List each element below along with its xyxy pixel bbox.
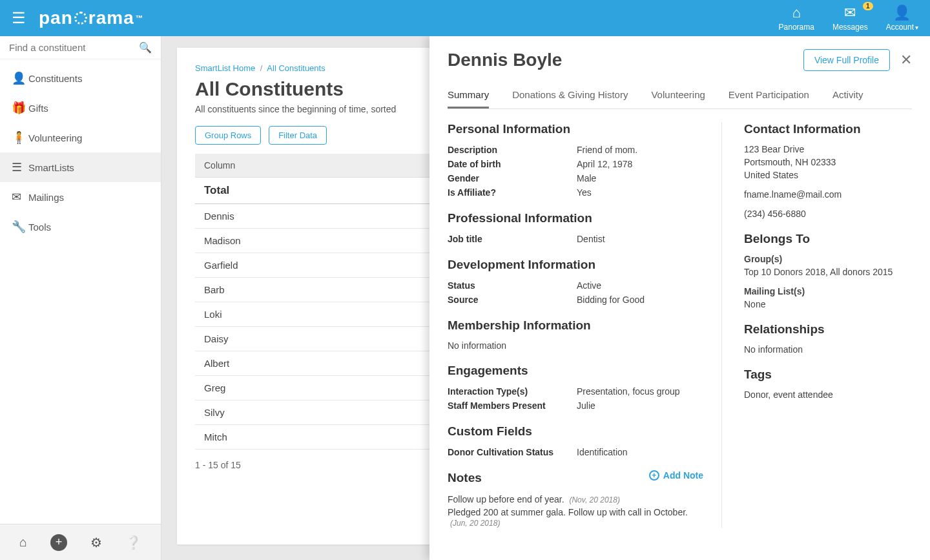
kv-row: Job titleDentist [448, 232, 703, 246]
hamburger-icon[interactable]: ☰ [12, 9, 26, 27]
sidebar-item-label: Gifts [28, 103, 48, 114]
section-belongs: Belongs ToGroup(s)Top 10 Donors 2018, Al… [744, 232, 912, 311]
help-icon[interactable]: ❔ [125, 535, 141, 550]
note-date: (Nov, 20 2018) [569, 495, 620, 504]
kv-key: Status [448, 280, 577, 291]
close-icon[interactable]: ✕ [900, 52, 912, 68]
trademark: ™ [136, 14, 144, 23]
sidebar-item-tools[interactable]: 🔧Tools [0, 212, 161, 242]
search-row: 🔍 [0, 36, 161, 59]
section-notes: Notes+Add NoteFollow up before end of ye… [448, 459, 703, 528]
section-heading: Personal Information [448, 122, 703, 136]
nav-panorama[interactable]: ⌂ Panorama [779, 5, 814, 32]
drawer-header: Dennis Boyle View Full Profile ✕ [429, 36, 930, 71]
kv-row: Interaction Type(s)Presentation, focus g… [448, 384, 703, 399]
sidebar-item-smartlists[interactable]: ☰SmartLists [0, 152, 161, 182]
add-icon[interactable]: + [50, 534, 67, 551]
kv-row: Donor Cultivation StatusIdentification [448, 445, 703, 459]
sidebar: 🔍 👤Constituents🎁Gifts🧍Volunteering☰Smart… [0, 36, 161, 560]
group-rows-button[interactable]: Group Rows [195, 126, 261, 145]
kv-key: Date of birth [448, 159, 577, 169]
note-item: Follow up before end of year. (Nov, 20 2… [448, 494, 703, 504]
mailing-label: Mailing List(s) [744, 285, 912, 298]
breadcrumb-current[interactable]: All Constituents [267, 63, 325, 73]
kv-value: Male [577, 173, 703, 183]
nav-messages[interactable]: ✉ 1 Messages [832, 5, 868, 32]
messages-badge: 1 [863, 2, 873, 10]
view-full-profile-button[interactable]: View Full Profile [803, 49, 890, 71]
tab-activity[interactable]: Activity [832, 83, 863, 109]
section-contact: Contact Information123 Bear DrivePortsmo… [744, 122, 912, 220]
kv-key: Source [448, 295, 577, 305]
kv-key: Is Affiliate? [448, 187, 577, 198]
groups-value: Top 10 Donors 2018, All donors 2015 [744, 265, 912, 278]
kv-row: Staff Members PresentJulie [448, 399, 703, 413]
kv-value: Identification [577, 447, 703, 457]
section-heading: Relationships [744, 322, 912, 337]
tab-donations-giving-history[interactable]: Donations & Giving History [512, 83, 628, 109]
nav-account[interactable]: 👤 Account▾ [886, 5, 918, 32]
tab-event-participation[interactable]: Event Participation [728, 83, 809, 109]
topbar: ☰ panrama™ ⌂ Panorama ✉ 1 Messages 👤 Acc… [0, 0, 930, 36]
section-text: No information [448, 339, 703, 352]
tab-summary[interactable]: Summary [448, 83, 489, 109]
section-heading: Tags [744, 368, 912, 382]
kv-value: Presentation, focus group [577, 386, 703, 397]
mailing-value: None [744, 298, 912, 311]
kv-row: GenderMale [448, 171, 703, 185]
mailings-icon: ✉ [12, 190, 28, 204]
search-input[interactable] [9, 42, 139, 53]
sidebar-item-gifts[interactable]: 🎁Gifts [0, 93, 161, 123]
section: Membership InformationNo information [448, 318, 703, 352]
kv-value: Bidding for Good [577, 295, 703, 305]
kv-row: Date of birthApril 12, 1978 [448, 157, 703, 171]
section-heading: Custom Fields [448, 424, 703, 439]
main: SmartList Home / All Constituents All Co… [161, 36, 930, 560]
kv-key: Description [448, 145, 577, 155]
kv-value: Active [577, 280, 703, 291]
groups-label: Group(s) [744, 253, 912, 265]
add-note-button[interactable]: +Add Note [649, 470, 703, 481]
note-item: Pledged 200 at summer gala. Follow up wi… [448, 507, 703, 528]
nav-label: Messages [832, 23, 868, 32]
kv-key: Gender [448, 173, 577, 183]
gifts-icon: 🎁 [12, 101, 28, 115]
sidebar-item-mailings[interactable]: ✉Mailings [0, 182, 161, 212]
volunteering-icon: 🧍 [12, 130, 28, 145]
drawer-tabs: SummaryDonations & Giving HistoryVolunte… [448, 83, 912, 109]
search-icon[interactable]: 🔍 [139, 41, 152, 54]
filter-data-button[interactable]: Filter Data [269, 126, 327, 145]
sidebar-item-label: Mailings [28, 192, 64, 203]
section: Personal InformationDescriptionFriend of… [448, 122, 703, 200]
section: EngagementsInteraction Type(s)Presentati… [448, 364, 703, 413]
logo[interactable]: panrama™ [39, 8, 144, 28]
tools-icon: 🔧 [12, 220, 28, 234]
kv-row: StatusActive [448, 278, 703, 293]
sidebar-item-constituents[interactable]: 👤Constituents [0, 63, 161, 93]
kv-value: Friend of mom. [577, 145, 703, 155]
section-heading: Development Information [448, 258, 703, 272]
section-heading: Notes [448, 471, 482, 485]
drawer-title: Dennis Boyle [448, 50, 803, 70]
kv-key: Donor Cultivation Status [448, 447, 577, 457]
profile-drawer: Dennis Boyle View Full Profile ✕ Summary… [429, 36, 930, 560]
kv-key: Job title [448, 234, 577, 244]
sidebar-bottombar: ⌂ + ⚙ ❔ [0, 524, 161, 560]
phone: (234) 456-6880 [744, 207, 912, 220]
tab-volunteering[interactable]: Volunteering [651, 83, 705, 109]
user-icon: 👤 [886, 5, 918, 21]
drawer-body: Personal InformationDescriptionFriend of… [429, 109, 930, 560]
sidebar-item-label: Constituents [28, 73, 82, 84]
kv-value: Julie [577, 400, 703, 411]
section-heading: Contact Information [744, 122, 912, 136]
address-line: 123 Bear Drive [744, 143, 912, 156]
constituents-icon: 👤 [12, 71, 28, 85]
gear-icon[interactable]: ⚙ [90, 535, 102, 550]
kv-row: DescriptionFriend of mom. [448, 143, 703, 157]
home-icon[interactable]: ⌂ [19, 535, 27, 550]
sidebar-item-label: SmartLists [28, 162, 74, 173]
breadcrumb-home[interactable]: SmartList Home [195, 63, 255, 73]
sidebar-item-volunteering[interactable]: 🧍Volunteering [0, 123, 161, 152]
section-text: Donor, event attendee [744, 388, 912, 401]
note-date: (Jun, 20 2018) [450, 519, 500, 528]
